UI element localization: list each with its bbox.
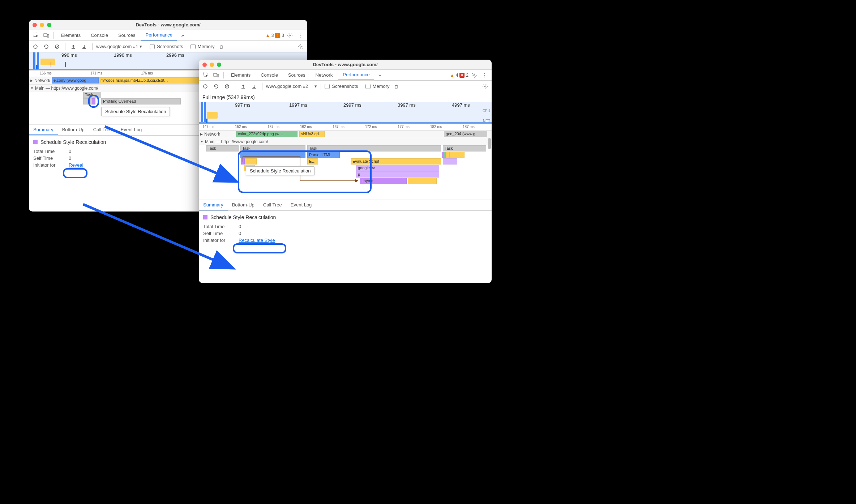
svg-point-3	[289, 35, 291, 36]
more-tabs-icon[interactable]: »	[178, 31, 187, 40]
flame-profiling[interactable]: Profiling Overhead	[101, 98, 181, 104]
upload-button[interactable]	[239, 82, 248, 91]
flame-item[interactable]	[443, 158, 457, 165]
reveal-link[interactable]: Reveal	[69, 162, 83, 168]
error-badge[interactable]: ✕2	[459, 73, 468, 78]
scrollbar-thumb[interactable]	[488, 138, 491, 149]
flame-selected[interactable]	[92, 98, 95, 104]
device-icon[interactable]	[212, 71, 221, 80]
dtab-eventlog[interactable]: Event Log	[116, 125, 146, 135]
gc-icon[interactable]	[217, 42, 226, 51]
perf-toolbar: www.google.com #2▾ Screenshots Memory	[199, 81, 492, 92]
target-select[interactable]: www.google.com #1▾	[96, 44, 142, 49]
dtab-summary[interactable]: Summary	[29, 125, 58, 135]
gc-icon[interactable]	[392, 82, 401, 91]
target-select[interactable]: www.google.com #2▾	[266, 84, 317, 89]
flame-e[interactable]: E…	[307, 158, 318, 165]
dtab-bottomup[interactable]: Bottom-Up	[58, 125, 89, 135]
zoom-button[interactable]	[217, 63, 221, 67]
more-tabs-icon[interactable]: »	[376, 71, 384, 80]
tab-performance[interactable]: Performance	[338, 70, 374, 80]
tab-elements[interactable]: Elements	[227, 70, 255, 80]
recalculate-style-link[interactable]: Recalculate Style	[239, 238, 275, 243]
range-label: Full range (5342.99ms)	[199, 92, 492, 102]
flame-google-cv[interactable]: google.cv	[356, 165, 439, 171]
clear-button[interactable]	[53, 42, 61, 51]
svg-point-13	[204, 85, 207, 88]
kebab-icon[interactable]: ⋮	[480, 71, 489, 80]
settings-icon[interactable]	[470, 71, 479, 80]
close-button[interactable]	[202, 63, 207, 67]
inspect-icon[interactable]	[32, 31, 40, 40]
network-item[interactable]: gen_204 (www.g	[444, 131, 487, 137]
network-item[interactable]: sNUn3,qd…	[299, 131, 325, 137]
dtab-calltree[interactable]: Call Tree	[259, 200, 286, 210]
close-button[interactable]	[33, 23, 37, 27]
flame-item[interactable]	[408, 178, 437, 184]
perf-settings-icon[interactable]	[296, 42, 305, 51]
memory-checkbox[interactable]	[191, 44, 196, 49]
flame-task[interactable]: Task	[83, 92, 101, 98]
flame-tooltip: Schedule Style Recalculation	[246, 166, 314, 175]
flame-p[interactable]: p	[356, 171, 439, 178]
settings-icon[interactable]	[286, 31, 294, 40]
flame-task[interactable]: Task	[443, 145, 486, 151]
svg-rect-10	[214, 73, 217, 76]
tab-console[interactable]: Console	[86, 30, 112, 40]
issue-badge[interactable]: !3	[275, 33, 284, 38]
record-button[interactable]	[31, 42, 40, 51]
flame-task[interactable]: Task	[307, 145, 441, 151]
network-item[interactable]: color_272x92dp.png (w…	[236, 131, 298, 137]
top-tabbar: Elements Console Sources Network Perform…	[199, 70, 492, 81]
warning-badge[interactable]: ▲3	[266, 33, 274, 38]
tab-sources[interactable]: Sources	[114, 30, 140, 40]
svg-rect-2	[47, 34, 49, 37]
reload-button[interactable]	[42, 42, 51, 51]
clear-button[interactable]	[223, 82, 231, 91]
tab-network[interactable]: Network	[311, 70, 337, 80]
kebab-icon[interactable]: ⋮	[296, 31, 304, 40]
flame-evaluate[interactable]: Evaluate Script	[351, 158, 441, 165]
perf-settings-icon[interactable]	[481, 82, 489, 91]
window-title: DevTools - www.google.com/	[29, 22, 307, 27]
flame-item[interactable]	[446, 152, 450, 158]
memory-checkbox[interactable]	[365, 84, 371, 89]
dtab-summary[interactable]: Summary	[199, 200, 228, 210]
device-icon[interactable]	[42, 31, 51, 40]
zoom-button[interactable]	[47, 23, 51, 27]
flame-parse-html[interactable]: Parse HTML	[307, 152, 340, 158]
tab-console[interactable]: Console	[256, 70, 282, 80]
flame-selected[interactable]	[241, 158, 245, 165]
tab-elements[interactable]: Elements	[57, 30, 85, 40]
event-name: Schedule Style Recalculation	[210, 214, 276, 220]
memory-label: Memory	[373, 84, 390, 89]
inspect-icon[interactable]	[202, 71, 210, 80]
summary-body: Schedule Style Recalculation Total Time0…	[199, 211, 492, 248]
minimize-button[interactable]	[210, 63, 214, 67]
flame-task[interactable]: Task	[206, 145, 239, 151]
top-tabbar: Elements Console Sources Performance » ▲…	[29, 30, 307, 41]
flame-task[interactable]: Task	[240, 145, 305, 151]
record-button[interactable]	[201, 82, 210, 91]
dtab-calltree[interactable]: Call Tree	[89, 125, 116, 135]
upload-button[interactable]	[69, 42, 78, 51]
tab-performance[interactable]: Performance	[141, 30, 177, 40]
minimize-button[interactable]	[40, 23, 44, 27]
flame-item[interactable]	[240, 152, 305, 158]
reload-button[interactable]	[212, 82, 221, 91]
dtab-eventlog[interactable]: Event Log	[286, 200, 316, 210]
perf-toolbar: www.google.com #1▾ Screenshots Memory	[29, 41, 307, 52]
download-button[interactable]	[250, 82, 258, 91]
timeline-overview[interactable]: 997 ms 1997 ms 2997 ms 3997 ms 4997 ms C…	[199, 102, 492, 124]
download-button[interactable]	[80, 42, 89, 51]
warning-badge[interactable]: ▲4	[450, 73, 458, 78]
network-item[interactable]: e.com/ (www.goog	[52, 77, 99, 84]
flame-layout[interactable]: Layout	[360, 178, 407, 184]
timeline-ruler[interactable]: 147 ms 152 ms 157 ms 162 ms 167 ms 172 m…	[199, 124, 492, 131]
svg-rect-11	[217, 74, 219, 77]
tab-sources[interactable]: Sources	[284, 70, 310, 80]
screenshots-checkbox[interactable]	[325, 84, 330, 89]
dtab-bottomup[interactable]: Bottom-Up	[228, 200, 259, 210]
screenshots-checkbox[interactable]	[150, 44, 155, 49]
event-swatch	[33, 140, 38, 144]
